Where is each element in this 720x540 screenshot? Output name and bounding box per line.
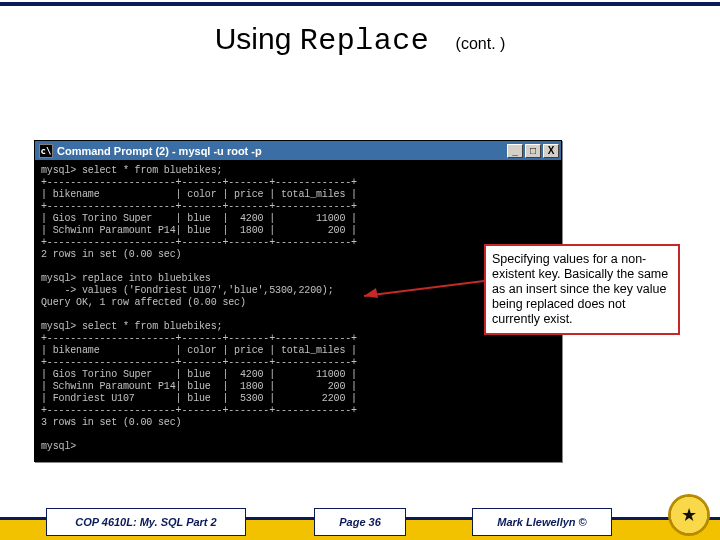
footer-author-text: Mark Llewellyn © bbox=[497, 516, 586, 528]
footer-course-box: COP 4610L: My. SQL Part 2 bbox=[46, 508, 246, 536]
maximize-button[interactable]: □ bbox=[525, 144, 541, 158]
slide: Using Replace (cont. ) c\ Command Prompt… bbox=[0, 0, 720, 540]
footer-page-box: Page 36 bbox=[314, 508, 406, 536]
footer: COP 4610L: My. SQL Part 2 Page 36 Mark L… bbox=[0, 498, 720, 540]
footer-course-text: COP 4610L: My. SQL Part 2 bbox=[75, 516, 216, 528]
minimize-button[interactable]: _ bbox=[507, 144, 523, 158]
command-prompt-title-text: Command Prompt (2) - mysql -u root -p bbox=[57, 145, 507, 157]
command-prompt-window: c\ Command Prompt (2) - mysql -u root -p… bbox=[34, 140, 562, 462]
command-prompt-body: mysql> select * from bluebikes; +-------… bbox=[35, 161, 561, 461]
window-buttons: _ □ X bbox=[507, 144, 561, 158]
top-rule bbox=[0, 2, 720, 6]
command-prompt-titlebar: c\ Command Prompt (2) - mysql -u root -p… bbox=[35, 141, 561, 161]
callout-text: Specifying values for a non-existent key… bbox=[492, 252, 668, 326]
close-button[interactable]: X bbox=[543, 144, 559, 158]
title-word-using: Using bbox=[215, 22, 292, 55]
cmd-system-icon: c\ bbox=[39, 144, 53, 158]
university-seal-icon: ★ bbox=[668, 494, 710, 536]
footer-page-text: Page 36 bbox=[339, 516, 381, 528]
footer-author-box: Mark Llewellyn © bbox=[472, 508, 612, 536]
title-word-cont: (cont. ) bbox=[438, 35, 506, 52]
title-word-replace: Replace bbox=[300, 24, 430, 58]
slide-title: Using Replace (cont. ) bbox=[0, 22, 720, 58]
callout-box: Specifying values for a non-existent key… bbox=[484, 244, 680, 335]
